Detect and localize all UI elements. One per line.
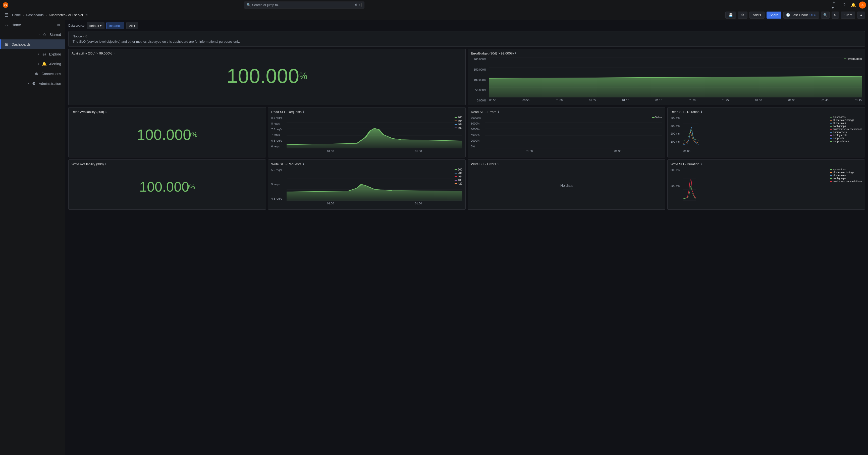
new-button[interactable]: ＋ ▾ bbox=[832, 1, 839, 8]
write-availability-info[interactable]: ℹ bbox=[105, 162, 106, 166]
read-sli-duration-panel: Read SLI - Duration ℹ 400 ms300 ms200 ms… bbox=[667, 107, 865, 157]
user-avatar[interactable]: A bbox=[859, 1, 866, 8]
write-duration-chart bbox=[683, 168, 696, 201]
write-availability-unit: % bbox=[189, 183, 195, 191]
availability-title: Availability (30d) > 99.000% ℹ bbox=[71, 52, 462, 55]
notice-title-text: Notice bbox=[72, 34, 82, 38]
write-sli-duration-panel: Write SLI - Duration ℹ 300 ms200 ms apis… bbox=[667, 159, 865, 210]
dashboard-content: Data source default ▾ instance All ▾ Not… bbox=[65, 20, 868, 455]
notice-panel: Notice ℹ The SLO (service level objectiv… bbox=[68, 31, 865, 47]
write-requests-legend: 200 201 404 409 422 bbox=[455, 168, 462, 185]
search-bar[interactable]: 🔍 Search or jump to... ⌘+k bbox=[244, 1, 365, 8]
administration-icon: ⚙ bbox=[31, 81, 36, 86]
explore-icon: ◎ bbox=[42, 52, 47, 57]
eb-y2: 50.000% bbox=[472, 89, 486, 92]
breadcrumb-dashboards[interactable]: Dashboards bbox=[26, 13, 43, 17]
instance-label[interactable]: instance bbox=[106, 22, 124, 29]
read-sli-errors-title-text: Read SLI - Errors bbox=[471, 110, 496, 114]
notice-title: Notice ℹ bbox=[72, 34, 861, 38]
write-sli-duration-title-text: Write SLI - Duration bbox=[671, 162, 699, 166]
read-requests-legend: 200 304 404 500 bbox=[455, 116, 462, 129]
time-range-picker[interactable]: 🕐 Last 1 hour UTC bbox=[783, 11, 819, 19]
eb-y1: 0.000% bbox=[472, 99, 486, 102]
dashboards-icon: ⊞ bbox=[4, 42, 9, 47]
write-sli-errors-title-text: Write SLI - Errors bbox=[471, 162, 496, 166]
help-icon[interactable]: ? bbox=[841, 1, 848, 8]
sidebar-item-alerting[interactable]: › 🔔 Alerting bbox=[0, 59, 65, 69]
read-errors-legend: Value bbox=[652, 116, 662, 119]
sidebar-item-starred[interactable]: › ☆ Starred bbox=[0, 30, 65, 39]
write-sli-duration-info[interactable]: ℹ bbox=[701, 162, 702, 166]
availability-title-text: Availability (30d) > 99.000% bbox=[71, 52, 112, 55]
read-availability-unit: % bbox=[191, 131, 197, 139]
read-availability-title-text: Read Availability (30d) bbox=[71, 110, 104, 114]
sidebar-label-alerting: Alerting bbox=[49, 62, 61, 66]
write-sli-requests-title: Write SLI - Requests ℹ bbox=[271, 162, 462, 166]
read-duration-legend: apiservices clusterrolebindings clusterr… bbox=[830, 116, 862, 142]
instance-selector[interactable]: All ▾ bbox=[126, 22, 138, 29]
row-3: Write Availability (30d) ℹ 100.000% Writ… bbox=[68, 159, 865, 210]
write-requests-chart bbox=[286, 168, 462, 201]
save-button[interactable]: 💾 bbox=[725, 11, 736, 19]
expand-connections: › bbox=[31, 72, 31, 75]
sidebar-toggle[interactable]: ☰ bbox=[3, 11, 10, 19]
time-icon: 🕐 bbox=[786, 13, 790, 17]
read-availability-panel: Read Availability (30d) ℹ 100.000% bbox=[68, 107, 266, 157]
write-availability-value: 100.000% bbox=[71, 168, 263, 206]
filters-bar: Data source default ▾ instance All ▾ bbox=[65, 20, 868, 31]
eb-legend-label: errorbudget bbox=[847, 57, 862, 60]
write-availability-number: 100.000 bbox=[140, 179, 189, 195]
notifications-icon[interactable]: 🔔 bbox=[850, 1, 857, 8]
sidebar-label-dashboards: Dashboards bbox=[11, 42, 31, 46]
star-dashboard[interactable]: ☆ bbox=[85, 13, 88, 17]
separator-1: › bbox=[23, 13, 24, 17]
read-sli-requests-title-text: Read SLI - Requests bbox=[271, 110, 302, 114]
expand-explore: › bbox=[38, 53, 39, 56]
refresh-rate-button[interactable]: 10s ▾ bbox=[841, 11, 856, 19]
collapse-button[interactable]: ▲ bbox=[857, 11, 865, 19]
sidebar-item-home[interactable]: ⌂ Home ⊞ bbox=[0, 20, 65, 30]
read-availability-title: Read Availability (30d) ℹ bbox=[71, 110, 263, 114]
settings-button[interactable]: ⚙ bbox=[738, 11, 747, 19]
sidebar-item-explore[interactable]: › ◎ Explore bbox=[0, 49, 65, 59]
row-1: Availability (30d) > 99.000% ℹ 100.000% … bbox=[68, 49, 865, 105]
availability-value: 100.000% bbox=[71, 57, 462, 95]
read-sli-errors-panel: Read SLI - Errors ℹ 10000%8000%6000%4000… bbox=[468, 107, 665, 157]
availability-info-icon[interactable]: ℹ bbox=[114, 52, 115, 55]
sidebar-item-administration[interactable]: › ⚙ Administration bbox=[0, 78, 65, 88]
breadcrumb-home[interactable]: Home bbox=[12, 13, 21, 17]
share-button[interactable]: Share bbox=[767, 11, 781, 19]
breadcrumb-actions: 💾 ⚙ Add ▾ Share 🕐 Last 1 hour UTC 🔍 ↻ 10… bbox=[725, 11, 865, 19]
zoom-out-button[interactable]: 🔍 bbox=[821, 11, 830, 19]
breadcrumb-bar: ☰ Home › Dashboards › Kubernetes / API s… bbox=[0, 10, 868, 20]
error-budget-info-icon[interactable]: ℹ bbox=[515, 52, 516, 55]
sidebar-item-connections[interactable]: › ⊕ Connections bbox=[0, 69, 65, 78]
search-icon: 🔍 bbox=[247, 3, 251, 7]
eb-y3: 100.000% bbox=[472, 78, 486, 82]
read-sli-requests-info[interactable]: ℹ bbox=[303, 110, 304, 113]
sidebar-item-dashboards[interactable]: ⊞ Dashboards bbox=[0, 39, 65, 49]
read-sli-errors-info[interactable]: ℹ bbox=[498, 110, 499, 113]
read-availability-number: 100.000 bbox=[137, 126, 191, 143]
top-navbar: G 🔍 Search or jump to... ⌘+k ＋ ▾ ? 🔔 A bbox=[0, 0, 868, 10]
time-range-label: Last 1 hour bbox=[792, 13, 808, 17]
write-sli-errors-no-data: No data bbox=[471, 168, 662, 203]
add-button[interactable]: Add ▾ bbox=[749, 11, 765, 19]
sidebar-label-starred: Starred bbox=[50, 33, 61, 37]
read-sli-duration-title: Read SLI - Duration ℹ bbox=[671, 110, 862, 114]
datasource-selector[interactable]: default ▾ bbox=[87, 22, 105, 29]
write-sli-errors-info[interactable]: ℹ bbox=[498, 162, 499, 166]
write-sli-requests-panel: Write SLI - Requests ℹ 5.5 req/s5 req/s4… bbox=[268, 159, 466, 210]
write-sli-requests-info[interactable]: ℹ bbox=[303, 162, 304, 166]
refresh-button[interactable]: ↻ bbox=[832, 11, 839, 19]
eb-y4: 150.000% bbox=[472, 68, 486, 71]
read-sli-requests-panel: Read SLI - Requests ℹ 8.5 req/s8 req/s7.… bbox=[268, 107, 466, 157]
read-sli-duration-info[interactable]: ℹ bbox=[701, 110, 702, 113]
error-budget-chart bbox=[489, 57, 862, 97]
expand-starred: › bbox=[39, 33, 39, 36]
grid-toggle[interactable]: ⊞ bbox=[56, 23, 61, 27]
grafana-logo[interactable]: G bbox=[2, 1, 9, 8]
read-availability-info[interactable]: ℹ bbox=[105, 110, 106, 113]
write-availability-panel: Write Availability (30d) ℹ 100.000% bbox=[68, 159, 266, 210]
connections-icon: ⊕ bbox=[34, 71, 39, 76]
